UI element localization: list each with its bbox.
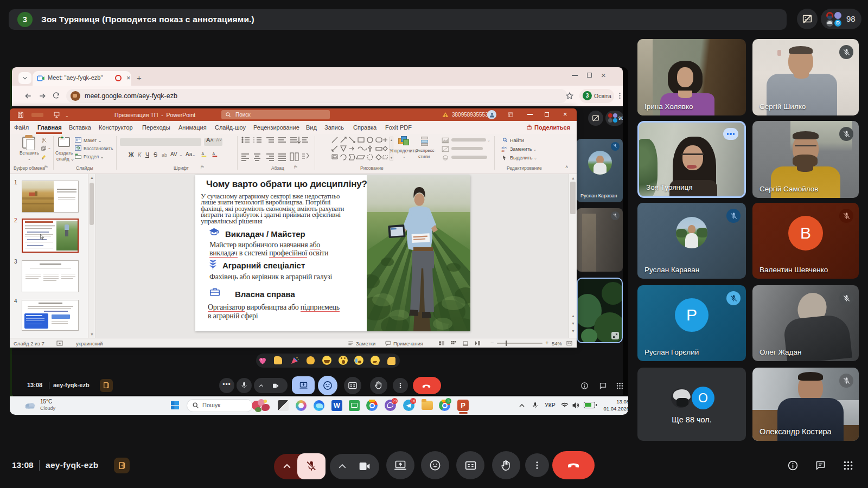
svg-text:ac: ac: [502, 149, 505, 152]
svg-text:A: A: [213, 152, 215, 156]
svg-text:A: A: [202, 152, 205, 156]
